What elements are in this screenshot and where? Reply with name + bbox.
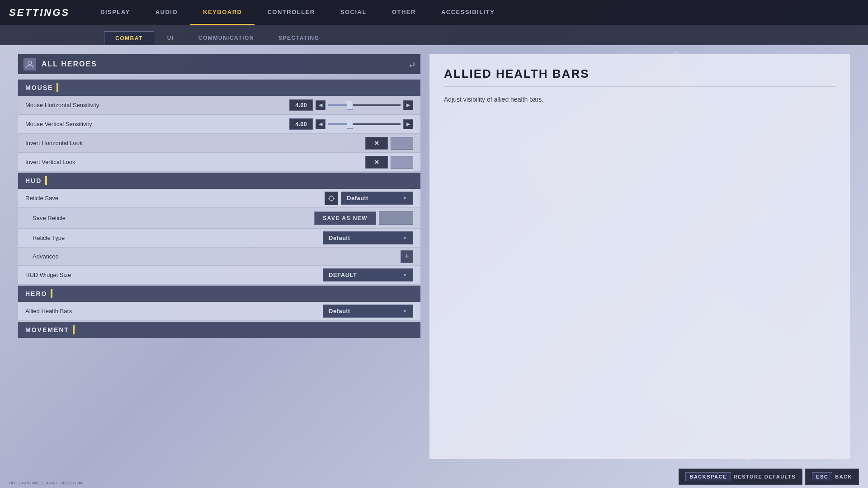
hero-selector[interactable]: ALL HEROES ⇄ <box>18 54 420 74</box>
sub-tab-combat[interactable]: COMBAT <box>104 31 154 45</box>
allied-health-label: Allied Health Bars <box>25 308 323 314</box>
mouse-v-increase[interactable]: ▶ <box>403 119 413 129</box>
save-reticle-row: Save Reticle SAVE AS NEW SAVE <box>18 208 420 229</box>
reticle-type-value: Default <box>329 235 350 241</box>
reticle-save-label: Reticle Save <box>25 195 325 202</box>
save-button[interactable]: SAVE <box>379 211 413 225</box>
mouse-v-sensitivity-row: Mouse Vertical Sensitivity 4.00 ◀ ▶ <box>18 115 420 134</box>
mouse-h-sensitivity-row: Mouse Horizontal Sensitivity 4.00 ◀ ▶ <box>18 96 420 115</box>
reticle-type-row: Reticle Type Default ▼ <box>18 229 420 248</box>
invert-h-label: Invert Horizontal Look <box>25 140 365 146</box>
settings-container: MOUSE Mouse Horizontal Sensitivity 4.00 … <box>18 80 420 338</box>
hud-widget-value: DEFAULT <box>329 272 357 278</box>
mouse-h-increase[interactable]: ▶ <box>403 100 413 110</box>
save-as-new-button[interactable]: SAVE AS NEW <box>314 211 376 225</box>
mouse-v-slider-track[interactable] <box>328 123 401 125</box>
main-nav: DISPLAY AUDIO KEYBOARD CONTROLLER SOCIAL… <box>88 0 507 25</box>
mouse-title-bar <box>57 83 58 92</box>
mouse-section-header: MOUSE <box>18 80 420 96</box>
left-panel: ALL HEROES ⇄ MOUSE Mouse Horizontal Sens… <box>18 54 420 459</box>
movement-title: MOVEMENT <box>25 326 69 333</box>
esc-key-label: ESC <box>812 472 832 481</box>
invert-v-toggle: ✕ <box>365 156 413 169</box>
mouse-v-value: 4.00 <box>289 118 313 130</box>
allied-health-row: Allied Health Bars Default ▼ <box>18 302 420 321</box>
reticle-save-arrow: ▼ <box>403 196 407 201</box>
mouse-v-sensitivity-label: Mouse Vertical Sensitivity <box>25 121 289 127</box>
sub-tab-ui[interactable]: UI <box>156 31 185 45</box>
version-text: UIV: 1.48780099 | 1.43497 | 2612111208 <box>9 481 83 485</box>
mouse-v-decrease[interactable]: ◀ <box>316 119 326 129</box>
detail-title: ALLIED HEALTH BARS <box>444 67 835 87</box>
reticle-icon-btn[interactable] <box>325 192 338 205</box>
hero-title: HERO <box>25 290 47 297</box>
restore-defaults-button[interactable]: BACKSPACE RESTORE DEFAULTS <box>679 469 802 485</box>
hero-name: ALL HEROES <box>42 60 409 68</box>
reticle-save-control: Default ▼ <box>325 192 413 205</box>
allied-health-arrow: ▼ <box>403 309 407 314</box>
sub-nav: COMBAT UI COMMUNICATION SPECTATING <box>0 25 868 45</box>
right-panel: ALLIED HEALTH BARS Adjust visibility of … <box>429 54 850 459</box>
invert-h-off[interactable]: ✕ <box>365 137 388 150</box>
hud-widget-dropdown[interactable]: DEFAULT ▼ <box>323 268 413 282</box>
reticle-save-dropdown[interactable]: Default ▼ <box>341 192 413 205</box>
reticle-save-row: Reticle Save Default ▼ <box>18 189 420 208</box>
back-label: BACK <box>835 474 852 479</box>
back-button[interactable]: ESC BACK <box>805 469 859 485</box>
bottom-bar: BACKSPACE RESTORE DEFAULTS ESC BACK <box>0 465 868 488</box>
mouse-h-slider-control: 4.00 ◀ ▶ <box>289 99 413 111</box>
hud-widget-arrow: ▼ <box>403 272 407 277</box>
advanced-label: Advanced <box>33 253 401 260</box>
invert-h-row: Invert Horizontal Look ✕ <box>18 134 420 153</box>
detail-description: Adjust visibility of allied health bars. <box>444 94 835 104</box>
nav-tab-social[interactable]: SOCIAL <box>328 0 379 25</box>
invert-h-on[interactable] <box>391 137 413 150</box>
invert-v-off[interactable]: ✕ <box>365 156 388 169</box>
hud-title: HUD <box>25 177 42 184</box>
nav-tab-other[interactable]: OTHER <box>379 0 429 25</box>
allied-health-value: Default <box>329 308 350 314</box>
movement-title-bar <box>73 325 75 334</box>
advanced-row: Advanced + <box>18 248 420 266</box>
hud-section-header: HUD <box>18 173 420 189</box>
mouse-h-decrease[interactable]: ◀ <box>316 100 326 110</box>
invert-v-on[interactable] <box>391 156 413 169</box>
mouse-h-slider-track[interactable] <box>328 104 401 106</box>
mouse-h-value: 4.00 <box>289 99 313 111</box>
mouse-h-sensitivity-label: Mouse Horizontal Sensitivity <box>25 102 289 108</box>
invert-h-toggle: ✕ <box>365 137 413 150</box>
backspace-key-label: BACKSPACE <box>685 472 731 481</box>
hero-icon <box>24 58 36 70</box>
restore-defaults-label: RESTORE DEFAULTS <box>734 474 796 479</box>
hud-widget-label: HUD Widget Size <box>25 272 323 278</box>
invert-v-label: Invert Vertical Look <box>25 159 365 165</box>
advanced-expand-button[interactable]: + <box>401 250 413 263</box>
movement-section-header: MOVEMENT <box>18 322 420 338</box>
nav-tab-accessibility[interactable]: ACCESSIBILITY <box>429 0 507 25</box>
nav-tab-display[interactable]: DISPLAY <box>88 0 143 25</box>
hero-title-bar <box>51 289 52 298</box>
nav-tab-audio[interactable]: AUDIO <box>143 0 190 25</box>
hud-widget-row: HUD Widget Size DEFAULT ▼ <box>18 266 420 285</box>
hero-section-header: HERO <box>18 286 420 302</box>
app-title: SETTINGS <box>9 7 70 19</box>
invert-v-row: Invert Vertical Look ✕ <box>18 153 420 172</box>
sub-tab-spectating[interactable]: SPECTATING <box>267 31 331 45</box>
svg-point-1 <box>329 196 334 201</box>
mouse-title: MOUSE <box>25 84 53 91</box>
allied-health-dropdown[interactable]: Default ▼ <box>323 305 413 318</box>
nav-tab-controller[interactable]: CONTROLLER <box>255 0 327 25</box>
reticle-type-label: Reticle Type <box>33 235 323 241</box>
reticle-save-value: Default <box>347 195 368 202</box>
reticle-type-arrow: ▼ <box>403 235 407 240</box>
hud-title-bar <box>45 176 47 185</box>
mouse-v-slider-control: 4.00 ◀ ▶ <box>289 118 413 130</box>
save-reticle-label: Save Reticle <box>33 215 314 221</box>
hero-switch-icon: ⇄ <box>409 60 415 69</box>
nav-tab-keyboard[interactable]: KEYBOARD <box>190 0 255 25</box>
svg-point-0 <box>28 61 32 65</box>
sub-tab-communication[interactable]: COMMUNICATION <box>187 31 265 45</box>
reticle-type-dropdown[interactable]: Default ▼ <box>323 231 413 244</box>
